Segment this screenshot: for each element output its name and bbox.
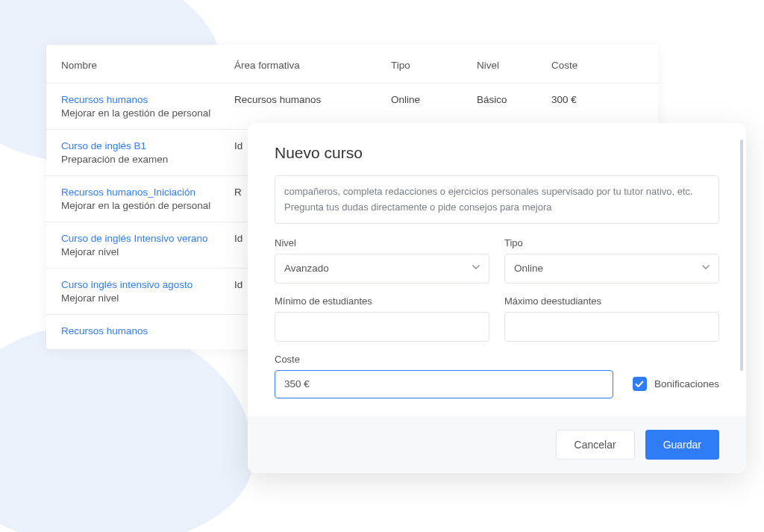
col-header-tipo: Tipo [391,60,477,71]
course-link[interactable]: Curso inglés intensivo agosto [61,279,234,290]
col-header-area: Área formativa [234,60,391,71]
cancel-button[interactable]: Cancelar [556,430,635,460]
bonificaciones-checkbox[interactable] [633,377,647,391]
description-textarea[interactable]: compañeros, completa redacciones o ejerc… [275,175,719,224]
nivel-select[interactable]: Avanzado [275,254,489,284]
cell-nivel: Básico [477,94,551,105]
course-link[interactable]: Recursos humanos [61,94,234,105]
decorative-blob [0,323,254,532]
new-course-modal: Nuevo curso compañeros, completa redacci… [248,123,746,473]
course-subtitle: Mejorar en la gestión de personal [61,200,210,211]
col-header-nombre: Nombre [61,60,234,71]
course-subtitle: Mejorar nivel [61,292,119,304]
course-link[interactable]: Curso de inglés Intensivo verano [61,233,234,244]
tipo-value: Online [514,263,543,274]
modal-footer: Cancelar Guardar [248,416,746,473]
min-students-input[interactable] [275,312,489,342]
nivel-label: Nivel [275,237,489,248]
max-students-input[interactable] [504,312,719,342]
min-students-label: Mínimo de estudiantes [275,295,489,307]
course-link[interactable]: Recursos humanos [61,325,234,337]
chevron-down-icon [472,265,480,272]
tipo-select[interactable]: Online [504,254,719,284]
course-subtitle: Mejorar nivel [61,246,119,257]
coste-label: Coste [275,354,613,365]
tipo-label: Tipo [504,237,719,248]
coste-input[interactable]: 350 € [275,370,613,398]
table-row[interactable]: Recursos humanos Mejorar en la gestión d… [46,83,658,129]
cell-tipo: Online [391,94,477,105]
save-button[interactable]: Guardar [645,430,719,460]
modal-title: Nuevo curso [275,144,719,162]
modal-scrollbar[interactable] [740,140,743,371]
course-subtitle: Mejorar en la gestión de personal [61,107,210,119]
course-subtitle: Preparación de examen [61,154,168,165]
course-link[interactable]: Curso de inglés B1 [61,140,234,151]
bonificaciones-label: Bonificaciones [654,378,719,389]
chevron-down-icon [702,265,710,272]
col-header-nivel: Nivel [477,60,551,71]
cell-coste: 300 € [551,94,643,105]
course-link[interactable]: Recursos humanos_Iniciación [61,187,234,198]
nivel-value: Avanzado [284,263,329,274]
cell-area: Recursos humanos [234,94,391,105]
max-students-label: Máximo deestudiantes [504,295,719,307]
table-header: Nombre Área formativa Tipo Nivel Coste [46,45,658,83]
col-header-coste: Coste [551,60,643,71]
